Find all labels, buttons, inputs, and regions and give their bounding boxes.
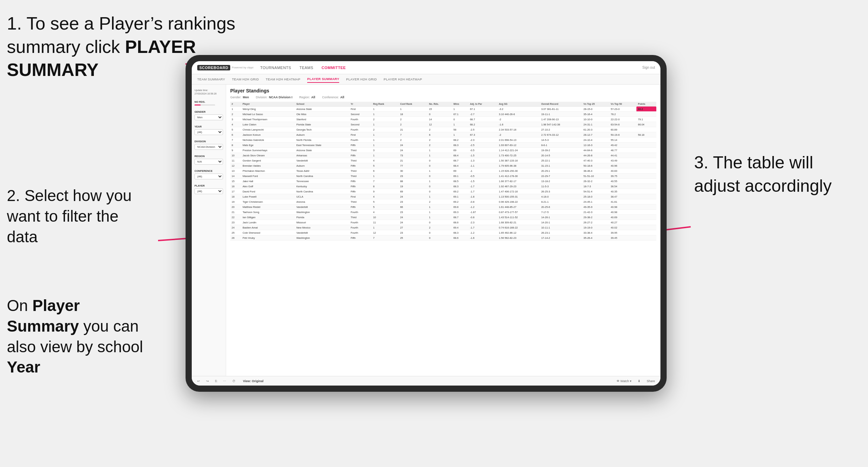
no-rds-section: No Rds. [194, 100, 223, 105]
sub-navbar: TEAM SUMMARY TEAM H2H GRID TEAM H2H HEAT… [192, 74, 660, 85]
annotation-step3: 3. The table will adjust accordingly [694, 151, 859, 198]
col-overall: Overall Record [540, 102, 582, 107]
table-row: 6Jackson KoivunAuburnFirst176167.3-22.72… [230, 132, 656, 137]
toolbar-undo[interactable]: ↩ [196, 379, 201, 383]
update-time-value: 27/03/2024 16:56:26 [194, 92, 223, 96]
toolbar-clock[interactable]: ⏱ [231, 379, 237, 383]
col-adj: Adj. to Par [469, 102, 498, 107]
table-area: Player Standings Gender: Men Division: N… [226, 85, 660, 376]
conference-label: Conference [194, 169, 223, 173]
nav-items: TOURNAMENTS TEAMS COMMITTEE [260, 64, 642, 71]
col-player: Player [241, 102, 295, 107]
table-header-row: # Player School Yr Reg Rank Conf Rank No… [230, 102, 656, 107]
table-row: 19Tiger ChristensenArizonaThird523269.2-… [230, 199, 656, 204]
table-row: 3Michael ThorbjornsenStanfordFourth22140… [230, 117, 656, 122]
table-row: 11Gordon SargentVanderbiltThird421068.7-… [230, 158, 656, 163]
col-points: Points [636, 102, 656, 107]
table-row: 15Jake HallTennesseeFifth788168.5-1.51.6… [230, 179, 656, 184]
filter-gender: Gender: Men [230, 96, 249, 99]
filter-region: Region: All [299, 96, 315, 99]
division-select[interactable]: NCAA Division I [194, 144, 223, 150]
no-rds-label: No Rds. [194, 100, 223, 103]
col-reg-rank: Reg Rank [372, 102, 399, 107]
app-logo-sub: Powered by clippi [232, 66, 253, 69]
table-row: 22Ian GilliganFloridaThird1024168.7-0.81… [230, 215, 656, 220]
toolbar-watch[interactable]: 👁 Watch ▾ [615, 379, 633, 383]
table-row: 21Taehoon SongWashingtonFourth423169.3-1… [230, 210, 656, 215]
table-row: 20Matthew RiedelVanderbiltFifth566169.8-… [230, 204, 656, 210]
sub-nav-player-h2h-heatmap[interactable]: PLAYER H2H HEATMAP [384, 76, 422, 82]
table-row: 7Nicholas GabrelcikNorth FloridaFourth12… [230, 137, 656, 143]
table-row: 10Jacob Skov OlesenArkansasFifth173168.4… [230, 153, 656, 158]
sub-nav-team-summary[interactable]: TEAM SUMMARY [197, 76, 225, 82]
player-section: Player (All) [194, 184, 223, 194]
toolbar-more[interactable]: ⋯ [222, 379, 227, 383]
table-row: 25Cole SherwoodVanderbiltFourth1223068.3… [230, 230, 656, 235]
toolbar-right: 👁 Watch ▾ ⬇ Share [615, 379, 656, 383]
no-rds-slider[interactable] [194, 104, 223, 105]
table-row: 16Alex GoffKentuckyFifth819068.3-1.71.92… [230, 184, 656, 189]
gender-section: Gender Men [194, 110, 223, 120]
player-label: Player [194, 184, 223, 187]
toolbar-view-label[interactable]: View: Original [243, 379, 264, 383]
toolbar-share[interactable]: Share [645, 379, 656, 383]
col-avg-sg: Avg SG [498, 102, 540, 107]
table-row: 13Phichaksn MaichonTexas A&MThird630169-… [230, 168, 656, 174]
col-no-rds: No. Rds. [427, 102, 452, 107]
player-select[interactable]: (All) [194, 188, 223, 194]
player-standings-table: # Player School Yr Reg Rank Conf Rank No… [230, 102, 656, 241]
nav-committee[interactable]: COMMITTEE [322, 64, 346, 71]
app-navbar: SCOREBOARD Powered by clippi TOURNAMENTS… [192, 61, 660, 74]
division-label: Division [194, 140, 223, 143]
region-label: Region [194, 155, 223, 158]
col-vs-top25: Vs Top 25 [582, 102, 609, 107]
col-vs-top50: Vs Top 50 [609, 102, 636, 107]
year-select[interactable]: (All) [194, 129, 223, 135]
filter-conference: Conference: All [322, 96, 344, 99]
col-conf-rank: Conf Rank [399, 102, 427, 107]
table-row: 24Bastien AmatNew MexicoFourth127269.4-1… [230, 225, 656, 230]
sub-nav-player-summary[interactable]: PLAYER SUMMARY [307, 76, 339, 83]
table-row: 8Mats EgeEast Tennessee StateFifth124268… [230, 143, 656, 148]
table-row: 2Michael Le SassoOle MissSecond118067.1-… [230, 112, 656, 117]
annotation-step2: 2. Select how you want to filter the dat… [7, 186, 148, 247]
table-row: 18Luke PowellUCLAFirst424169.1-1.81.13 5… [230, 194, 656, 199]
table-row: 1Wenyi DingArizona StateFirst1115167.1-3… [230, 107, 656, 112]
table-title: Player Standings [230, 88, 656, 93]
filter-division: Division: NCAA Division I [256, 96, 292, 99]
sub-nav-player-h2h-grid[interactable]: PLAYER H2H GRID [346, 76, 377, 82]
bottom-toolbar: ↩ ↪ ⎘ ⋯ ⏱ View: Original 👁 Watch ▾ ⬇ Sha… [192, 376, 660, 386]
sidebar: Update time: 27/03/2024 16:56:26 No Rds.… [192, 85, 226, 376]
nav-sign-out[interactable]: Sign out [642, 66, 655, 69]
col-rank: # [230, 102, 241, 107]
gender-label: Gender [194, 110, 223, 113]
annotation-step4: On Player Summary you can also view by s… [7, 296, 148, 378]
table-row: 26Petr HrubyWashingtonFifth725068.6-1.61… [230, 235, 656, 241]
region-section: Region N/A [194, 155, 223, 165]
filter-row: Gender: Men Division: NCAA Division I Re… [230, 96, 656, 99]
update-time-label: Update time: [194, 89, 223, 92]
conference-select[interactable]: (All) [194, 174, 223, 179]
table-row: 14Maxwell FordNorth CarolinaThird123069.… [230, 174, 656, 179]
col-wins: Wins [452, 102, 469, 107]
toolbar-export[interactable]: ⬇ [636, 379, 642, 383]
table-row: 4Luke ClatonFlorida StateSecond1212168.2… [230, 122, 656, 127]
table-row: 23Jack LundinMissouriFourth1124068.6-2.3… [230, 220, 656, 225]
tablet-screen: SCOREBOARD Powered by clippi TOURNAMENTS… [192, 61, 660, 386]
main-content: Update time: 27/03/2024 16:56:26 No Rds.… [192, 85, 660, 376]
division-section: Division NCAA Division I [194, 140, 223, 150]
year-label: Year [194, 125, 223, 128]
tablet-device: SCOREBOARD Powered by clippi TOURNAMENTS… [186, 55, 667, 392]
nav-tournaments[interactable]: TOURNAMENTS [260, 64, 291, 71]
nav-teams[interactable]: TEAMS [299, 64, 313, 71]
table-row: 5Christo LamprechtGeorgia TechFourth2212… [230, 127, 656, 132]
table-row: 17David FordNorth CarolinaFifth969069.2-… [230, 189, 656, 194]
sub-nav-team-h2h-grid[interactable]: TEAM H2H GRID [232, 76, 259, 82]
toolbar-redo[interactable]: ↪ [205, 379, 210, 383]
table-row: 12Brendan ValdesAuburnFifth577068.4-1.11… [230, 163, 656, 168]
sub-nav-team-h2h-heatmap[interactable]: TEAM H2H HEATMAP [266, 76, 300, 82]
region-select[interactable]: N/A [194, 159, 223, 165]
gender-select[interactable]: Men [194, 114, 223, 120]
conference-section: Conference (All) [194, 169, 223, 179]
toolbar-copy[interactable]: ⎘ [214, 379, 218, 383]
